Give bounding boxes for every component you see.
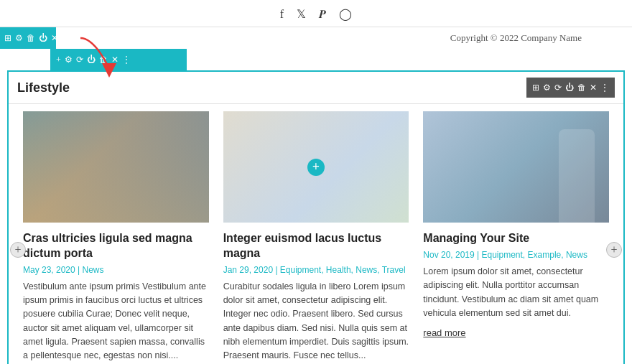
tool-icon-1[interactable]: ⊞ [4,33,11,44]
green-tool-1[interactable]: + [56,55,61,65]
dark-tool-7[interactable]: ⋮ [600,83,609,93]
side-plus-right[interactable]: + [606,242,622,258]
copyright-area: Copyright © 2022 Company Name [56,32,632,44]
twitter-icon[interactable]: 𝕏 [297,7,306,21]
card-3-excerpt: Lorem ipsum dolor sit amet, consectetur … [423,265,609,321]
red-arrow-indicator [73,34,116,74]
main-section: Lifestyle ⊞ ⚙ ⟳ ⏻ 🗑 ✕ ⋮ + + [7,70,625,364]
card-2-image: + [223,111,409,223]
section-header: Lifestyle ⊞ ⚙ ⟳ ⏻ 🗑 ✕ ⋮ [9,72,623,104]
instagram-icon[interactable]: ◯ [339,7,352,21]
card-2-title: Integer euismod lacus luctus magna [223,231,409,261]
dark-tool-3[interactable]: ⟳ [554,83,562,93]
card-2-plus-btn[interactable]: + [307,159,325,176]
card-3-image [423,111,609,223]
dark-tool-1[interactable]: ⊞ [532,83,539,93]
pinterest-icon[interactable]: 𝑷 [319,8,326,21]
card-1-excerpt: Vestibulum ante ipsum primis Vestibulum … [23,280,209,363]
card-1-meta: May 23, 2020 | News [23,265,209,275]
tool-icon-4[interactable]: ⏻ [39,33,47,44]
section-title: Lifestyle [17,80,70,95]
dark-tool-2[interactable]: ⚙ [543,83,551,93]
card-3-read-more[interactable]: read more [423,327,465,338]
tool-icon-2[interactable]: ⚙ [15,33,23,44]
card-1: Cras ultricies ligula sed magna dictum p… [23,111,209,364]
green-tool-2[interactable]: ⚙ [65,55,73,65]
editor-toolbar-top: ⊞ ⚙ 🗑 ⏻ ✕ ⋮ [0,27,56,49]
section-dark-toolbar: ⊞ ⚙ ⟳ ⏻ 🗑 ✕ ⋮ [526,78,615,98]
card-1-image [23,111,209,223]
card-2: + Integer euismod lacus luctus magna Jan… [223,111,409,364]
editor-toolbar-green: + ⚙ ⟳ ⏻ 🗑 ✕ ⋮ [50,49,187,70]
copyright-text: Copyright © 2022 Company Name [450,32,582,44]
cards-grid: Cras ultricies ligula sed magna dictum p… [23,104,609,364]
social-bar: f 𝕏 𝑷 ◯ [0,0,632,27]
content-area: + + Cras ultricies ligula sed magna dict… [9,104,623,364]
card-3: Managing Your Site Nov 20, 2019 | Equipm… [423,111,609,364]
dark-tool-4[interactable]: ⏻ [565,83,574,93]
tool-icon-3[interactable]: 🗑 [27,33,35,44]
card-3-meta: Nov 20, 2019 | Equipment, Example, News [423,250,609,260]
card-1-title: Cras ultricies ligula sed magna dictum p… [23,231,209,261]
green-tool-7[interactable]: ⋮ [122,55,131,65]
facebook-icon[interactable]: f [280,8,284,21]
card-2-excerpt: Curabitur sodales ligula in libero Lorem… [223,280,409,363]
side-plus-left[interactable]: + [10,242,26,258]
dark-tool-5[interactable]: 🗑 [577,83,586,93]
dark-tool-6[interactable]: ✕ [590,83,597,93]
card-2-meta: Jan 29, 2020 | Equipment, Health, News, … [223,265,409,275]
card-3-title: Managing Your Site [423,231,609,246]
